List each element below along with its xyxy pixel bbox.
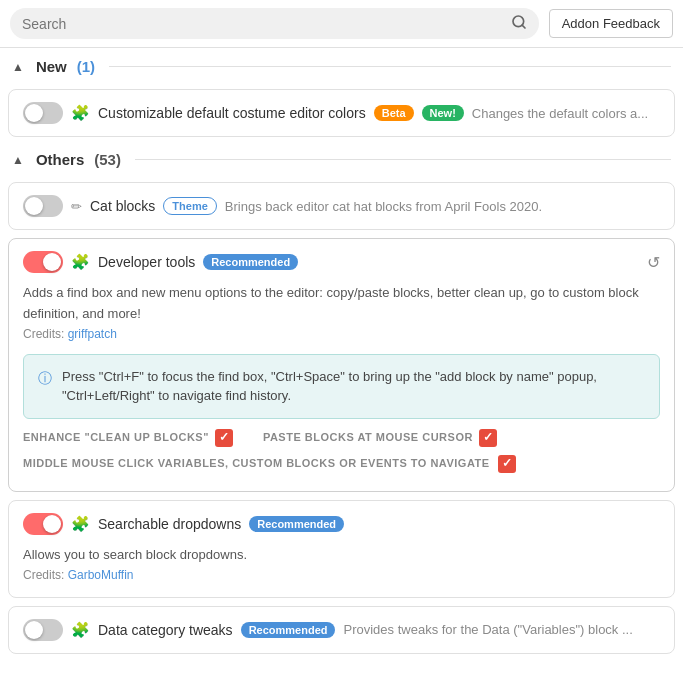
new-section-count: (1) (77, 58, 95, 75)
puzzle-icon: 🧩 (71, 253, 90, 271)
checkbox-item-2: PASTE BLOCKS AT MOUSE CURSOR (263, 429, 497, 447)
search-icon (511, 14, 527, 33)
costume-editor-toggle[interactable] (23, 102, 63, 124)
settings-row-1: ENHANCE "CLEAN UP BLOCKS" PASTE BLOCKS A… (23, 429, 660, 447)
data-category-toggle[interactable] (23, 619, 63, 641)
addon-row: 🧩 Searchable dropdowns Recommended (23, 513, 660, 535)
developer-tools-desc: Adds a find box and new menu options to … (23, 283, 660, 325)
badge-theme: Theme (163, 197, 216, 215)
checkbox-label-2: PASTE BLOCKS AT MOUSE CURSOR (263, 429, 473, 447)
developer-tools-toggle[interactable] (23, 251, 63, 273)
addon-card-data-category: 🧩 Data category tweaks Recommended Provi… (8, 606, 675, 654)
addon-card-costume-editor: 🧩 Customizable default costume editor co… (8, 89, 675, 137)
others-section-divider (135, 159, 671, 160)
developer-tools-credits: Credits: griffpatch (23, 325, 660, 344)
others-section-label: Others (36, 151, 84, 168)
developer-tools-name: Developer tools (98, 254, 195, 270)
checkbox-middle[interactable] (498, 455, 516, 473)
badge-recommended-data: Recommended (241, 622, 336, 638)
cat-blocks-desc: Brings back editor cat hat blocks from A… (225, 199, 660, 214)
settings-row-2: MIDDLE MOUSE CLICK VARIABLES, CUSTOM BLO… (23, 455, 660, 473)
checkbox-label-1: ENHANCE "CLEAN UP BLOCKS" (23, 429, 209, 447)
griffpatch-link[interactable]: griffpatch (68, 327, 117, 341)
reset-icon[interactable]: ↺ (647, 253, 660, 272)
searchable-dropdowns-toggle[interactable] (23, 513, 63, 535)
info-text: Press "Ctrl+F" to focus the find box, "C… (62, 367, 645, 406)
others-section-chevron[interactable]: ▲ (12, 153, 24, 167)
costume-editor-desc: Changes the default colors a... (472, 106, 660, 121)
search-input[interactable] (22, 16, 503, 32)
badge-beta: Beta (374, 105, 414, 121)
garbomuffin-link[interactable]: GarboMuffin (68, 568, 134, 582)
badge-new: New! (422, 105, 464, 121)
puzzle-icon: 🧩 (71, 621, 90, 639)
others-section-count: (53) (94, 151, 121, 168)
data-category-name: Data category tweaks (98, 622, 233, 638)
addon-row: 🧩 Customizable default costume editor co… (23, 102, 660, 124)
addon-card-searchable-dropdowns: 🧩 Searchable dropdowns Recommended Allow… (8, 500, 675, 598)
others-section-header: ▲ Others (53) (0, 141, 683, 178)
checkbox-item-1: ENHANCE "CLEAN UP BLOCKS" (23, 429, 233, 447)
badge-recommended: Recommended (203, 254, 298, 270)
badge-recommended: Recommended (249, 516, 344, 532)
addon-card-developer-tools: 🧩 Developer tools Recommended ↺ Adds a f… (8, 238, 675, 492)
info-icon: ⓘ (38, 368, 52, 389)
cat-blocks-name: Cat blocks (90, 198, 155, 214)
pencil-icon: ✏ (71, 199, 82, 214)
info-box: ⓘ Press "Ctrl+F" to focus the find box, … (23, 354, 660, 419)
searchable-dropdowns-name: Searchable dropdowns (98, 516, 241, 532)
puzzle-icon: 🧩 (71, 515, 90, 533)
developer-tools-body: Adds a find box and new menu options to … (23, 283, 660, 473)
addon-feedback-button[interactable]: Addon Feedback (549, 9, 673, 38)
searchable-dropdowns-body: Allows you to search block dropdowns. Cr… (23, 545, 660, 585)
svg-line-1 (522, 25, 525, 28)
costume-editor-name: Customizable default costume editor colo… (98, 105, 366, 121)
checkbox-paste[interactable] (479, 429, 497, 447)
checkbox-label-3: MIDDLE MOUSE CLICK VARIABLES, CUSTOM BLO… (23, 455, 490, 473)
addon-row: ✏ Cat blocks Theme Brings back editor ca… (23, 195, 660, 217)
data-category-desc: Provides tweaks for the Data ("Variables… (343, 622, 660, 637)
new-section-label: New (36, 58, 67, 75)
search-box (10, 8, 539, 39)
addon-card-cat-blocks: ✏ Cat blocks Theme Brings back editor ca… (8, 182, 675, 230)
new-section-divider (109, 66, 671, 67)
searchable-dropdowns-desc: Allows you to search block dropdowns. (23, 545, 660, 566)
addon-row: 🧩 Data category tweaks Recommended Provi… (23, 619, 660, 641)
puzzle-icon: 🧩 (71, 104, 90, 122)
searchable-dropdowns-credits: Credits: GarboMuffin (23, 566, 660, 585)
new-section-chevron[interactable]: ▲ (12, 60, 24, 74)
header: Addon Feedback (0, 0, 683, 48)
checkbox-enhance[interactable] (215, 429, 233, 447)
addon-row: 🧩 Developer tools Recommended ↺ (23, 251, 660, 273)
cat-blocks-toggle[interactable] (23, 195, 63, 217)
new-section-header: ▲ New (1) (0, 48, 683, 85)
